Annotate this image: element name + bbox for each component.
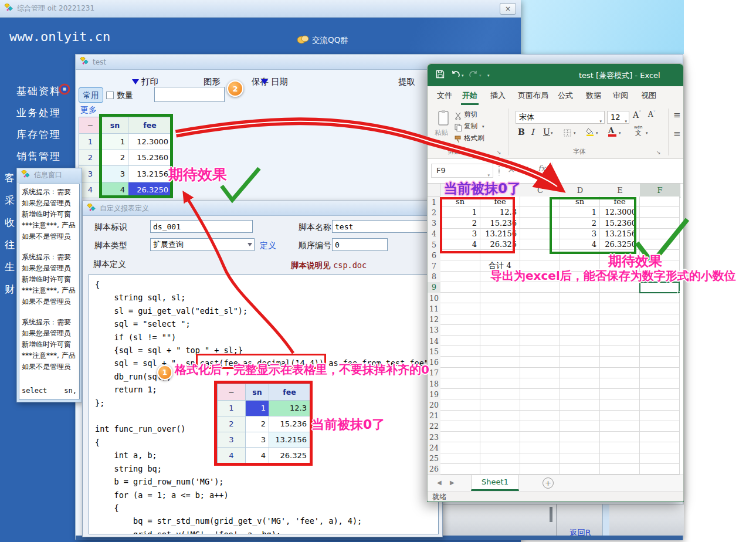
excel-row-header-4[interactable]: 4 <box>428 229 441 240</box>
cut-button[interactable]: 剪切 <box>464 110 477 119</box>
excel-cell-B14[interactable] <box>480 336 520 346</box>
excel-cell-C22[interactable] <box>520 421 560 432</box>
excel-cell-F24[interactable] <box>640 442 680 453</box>
excel-row-header-2[interactable]: 2 <box>428 207 441 218</box>
excel-cell-A10[interactable] <box>440 293 480 303</box>
excel-cell-A19[interactable] <box>440 389 480 399</box>
sidebar-item-2[interactable]: 业务处理 <box>16 106 61 120</box>
excel-cell-A21[interactable] <box>440 411 480 421</box>
sidebar-item-4[interactable]: 销售管理 <box>16 150 61 163</box>
excel-cell-F26[interactable] <box>640 464 680 475</box>
excel-cell-D14[interactable] <box>560 336 600 346</box>
excel-cell-E23[interactable] <box>600 432 640 442</box>
tab-common[interactable]: 常用 <box>79 87 103 103</box>
excel-cell-F4[interactable] <box>640 229 680 239</box>
excel-cell-A14[interactable] <box>440 336 480 346</box>
excel-row-header-25[interactable]: 25 <box>428 453 441 465</box>
excel-cell-F14[interactable] <box>640 336 680 346</box>
sheet-tab[interactable]: Sheet1 <box>471 475 519 491</box>
excel-row-header-7[interactable]: 7 <box>428 260 441 272</box>
qty-checkbox[interactable] <box>106 92 114 99</box>
excel-cell-F5[interactable] <box>640 239 680 250</box>
sidebar-vertical-item-1[interactable]: 客 <box>5 171 15 185</box>
excel-cell-B23[interactable] <box>480 432 520 442</box>
format-painter-icon[interactable] <box>455 134 462 145</box>
copy-icon[interactable] <box>455 123 462 134</box>
excel-cell-A11[interactable] <box>440 303 480 314</box>
excel-cell-A18[interactable] <box>440 378 480 389</box>
excel-cell-B21[interactable] <box>480 411 520 421</box>
info-window-body[interactable]: 系统提示：需要如果您是管理员新增临时许可窗***注意***, 产品如果不是管理员… <box>19 184 80 399</box>
excel-cell-D18[interactable] <box>560 378 600 389</box>
excel-cell-B15[interactable] <box>480 346 520 357</box>
excel-cell-E12[interactable] <box>600 314 640 325</box>
fill-color-icon[interactable] <box>586 127 595 138</box>
excel-row-header-20[interactable]: 20 <box>428 399 441 411</box>
qat-customize-icon[interactable]: ▾ <box>487 73 490 78</box>
excel-cell-D11[interactable] <box>560 303 600 314</box>
excel-cell-E16[interactable] <box>600 357 640 367</box>
info-window-titlebar[interactable]: 信息窗口 <box>17 168 82 182</box>
excel-cell-C12[interactable] <box>520 314 560 325</box>
save-icon[interactable] <box>436 70 445 81</box>
excel-cell-F18[interactable] <box>640 378 680 389</box>
excel-column-header-F[interactable]: F <box>640 184 680 198</box>
excel-cell-A13[interactable] <box>440 325 480 336</box>
clipboard-dialog-launcher-icon[interactable]: ↘ <box>497 150 501 155</box>
excel-cell-D15[interactable] <box>560 346 600 357</box>
font-color-caret-icon[interactable]: ▾ <box>619 131 621 136</box>
copy-button[interactable]: 复制 <box>464 122 477 131</box>
excel-cell-A9[interactable] <box>440 282 480 293</box>
font-color-button[interactable]: A <box>608 126 616 137</box>
main-window-titlebar[interactable]: 综合管理 oit 20221231 <box>0 0 521 18</box>
sidebar-record-icon[interactable] <box>59 83 70 95</box>
excel-cell-E10[interactable] <box>600 293 640 303</box>
script-name-input[interactable] <box>332 220 439 233</box>
excel-cell-F10[interactable] <box>640 293 680 303</box>
excel-cell-C19[interactable] <box>520 389 560 399</box>
sidebar-item-3[interactable]: 库存管理 <box>16 128 61 141</box>
excel-cell-E13[interactable] <box>600 325 640 336</box>
excel-cell-D19[interactable] <box>560 389 600 399</box>
copy-caret-icon[interactable]: ▾ <box>482 124 484 129</box>
phonetic-caret-icon[interactable]: ▾ <box>646 131 648 136</box>
excel-cell-A22[interactable] <box>440 421 480 432</box>
excel-cell-F12[interactable] <box>640 314 680 325</box>
excel-cell-D24[interactable] <box>560 442 600 453</box>
date-button[interactable]: 日期 <box>271 76 288 87</box>
shrink-font-button[interactable]: Aˇ <box>648 110 656 118</box>
name-box[interactable]: F9 ▾ <box>431 164 493 178</box>
excel-cell-D12[interactable] <box>560 314 600 325</box>
excel-cell-F16[interactable] <box>640 357 680 367</box>
excel-column-header-E[interactable]: E <box>600 184 640 197</box>
borders-icon[interactable] <box>564 128 571 139</box>
graph-button[interactable]: 图形 <box>204 76 221 87</box>
excel-cell-F25[interactable] <box>640 453 680 464</box>
enter-button[interactable]: ✓ <box>523 164 530 174</box>
paste-button[interactable]: 粘贴 <box>435 128 448 137</box>
excel-cell-B20[interactable] <box>480 399 520 410</box>
order-input[interactable] <box>332 238 388 251</box>
excel-cell-C15[interactable] <box>520 346 560 357</box>
excel-row-header-19[interactable]: 19 <box>428 389 441 400</box>
excel-cell-E18[interactable] <box>600 378 640 389</box>
excel-cell-A8[interactable] <box>440 272 480 282</box>
sheet-next-icon[interactable]: ▶ <box>450 479 455 486</box>
excel-cell-D16[interactable] <box>560 357 600 367</box>
chevron-down-icon[interactable]: ▾ <box>599 116 602 127</box>
excel-cell-B11[interactable] <box>480 303 520 314</box>
excel-tab-4[interactable]: 页面布局 <box>516 86 551 105</box>
formula-input[interactable] <box>552 162 681 179</box>
excel-cell-C23[interactable] <box>520 432 560 442</box>
excel-tab-2[interactable]: 开始 <box>460 86 480 105</box>
excel-row-header-15[interactable]: 15 <box>428 346 441 357</box>
undo-icon[interactable] <box>451 70 460 81</box>
toolbar-input[interactable] <box>154 87 225 102</box>
excel-row-header-22[interactable]: 22 <box>428 421 441 432</box>
align-left-icon[interactable]: ≡ <box>673 128 681 139</box>
sidebar-vertical-item-2[interactable]: 采 <box>5 194 15 207</box>
excel-cell-B13[interactable] <box>480 325 520 336</box>
excel-cell-A17[interactable] <box>440 368 480 378</box>
font-name-select[interactable]: 宋体 ▾ <box>516 111 605 124</box>
excel-cell-B19[interactable] <box>480 389 520 399</box>
